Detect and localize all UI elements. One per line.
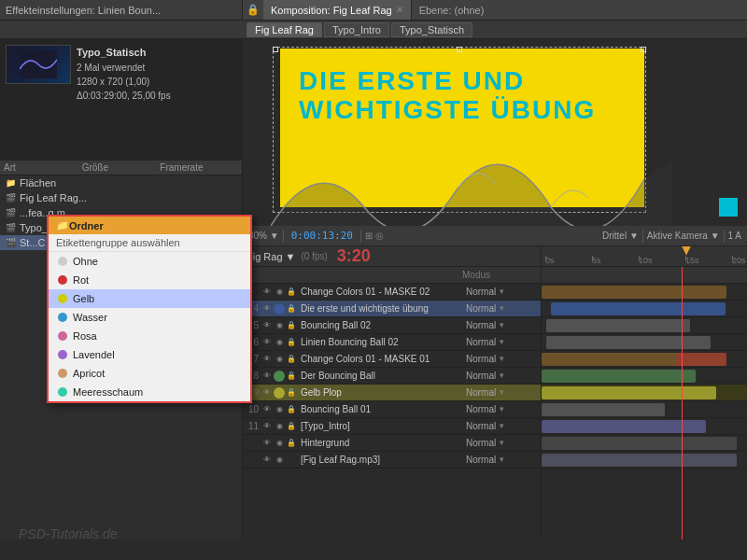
solo-icon[interactable]: ◉ [274,438,285,449]
solo-icon[interactable]: ◉ [274,287,285,298]
tl-left-header: Fig Rag ▼ (0 fps) 3:20 [243,246,542,266]
row-mode: Normal ▼ [466,287,541,297]
chevron-down-icon: ▼ [498,355,505,363]
color-dot-gelb [58,294,67,303]
grid-icon[interactable]: ⊞ [365,231,373,241]
channel-btn[interactable]: 1 A [728,231,741,241]
mode-label: Normal [466,320,496,330]
tab-fig-leaf-rag[interactable]: Fig Leaf Rag [247,22,322,37]
tl-bar-row-changecolors2 [542,284,747,301]
tl-row-9[interactable]: 9 👁 🔒 Gelb Plop Normal ▼ [243,385,541,401]
color-label-dot[interactable] [274,387,285,399]
solo-icon[interactable]: ◉ [274,354,285,365]
eye-icon[interactable]: 👁 [261,303,273,315]
mode-label: Normal [466,303,496,314]
eye-icon[interactable]: 👁 [261,455,273,466]
tab-typo-intro[interactable]: Typo_Intro [324,22,389,37]
bar [546,319,690,332]
color-label-dot[interactable] [274,371,285,382]
col-art: Art [4,162,82,173]
comp-tab-main[interactable]: Komposition: Fig Leaf Rag ✕ [263,0,412,20]
eye-icon[interactable]: 👁 [261,320,273,331]
time-mark-5s: 5s [592,256,601,265]
eye-icon[interactable]: 👁 [261,337,273,348]
eye-icon[interactable]: 👁 [261,421,273,432]
solo-icon[interactable]: ◉ [274,404,285,415]
dropdown-item-ohne[interactable]: Ohne [49,252,250,271]
top-bar: Effekteinstellungen: Linien Boun... 🔒 Ko… [0,0,747,21]
col-framerate: Framerate [160,162,238,173]
mode-label: Normal [466,438,496,448]
tl-row-7[interactable]: 7 👁 ◉ 🔒 Change Colors 01 - MASKE 01 Norm… [243,351,541,368]
comp-tab-close[interactable]: ✕ [396,5,403,15]
comp-icon: 🎬 [4,236,17,249]
tl-row-hintergrund[interactable]: 👁 ◉ 🔒 Hintergrund Normal ▼ [243,435,541,452]
view-mode[interactable]: Drittel ▼ [602,231,639,241]
tl-row-8[interactable]: 8 👁 🔒 Der Bouncing Ball Normal ▼ [243,368,541,385]
dropdown-item-gelb[interactable]: Gelb [49,289,250,308]
row-num: 11 [243,421,261,431]
dropdown-item-apricot[interactable]: Apricot [49,364,250,383]
lock-icon[interactable]: 🔒 [286,438,297,449]
dropdown-item-meeresschaum[interactable]: Meeresschaum [49,383,250,401]
mode-label: Normal [466,404,496,414]
color-dot-meeresschaum [58,387,67,397]
tl-comp-tab[interactable]: Fig Rag ▼ [247,251,295,262]
ebene-label: Ebene: (ohne) [412,5,492,16]
lock-icon[interactable]: 🔒 [286,354,297,365]
mode-label: Normal [466,455,496,465]
label-dropdown-menu[interactable]: 📁 Ordner Etikettengruppe auswählen Ohne … [47,215,252,403]
row-icons: 👁 🔒 [261,387,299,399]
lock-icon[interactable]: 🔒 [286,387,297,399]
eye-icon[interactable]: 👁 [261,404,273,415]
tl-row-10[interactable]: 10 👁 ◉ 🔒 Bouncing Ball 01 Normal ▼ [243,401,541,418]
eye-icon[interactable]: 👁 [261,438,273,449]
camera-select[interactable]: Aktive Kamera ▼ [647,231,720,241]
row-label: Change Colors 01 - MASKE 02 [299,287,466,297]
lock-icon[interactable]: 🔒 [286,320,297,331]
tl-row-5[interactable]: 5 👁 ◉ 🔒 Bouncing Ball 02 Normal ▼ [243,317,541,334]
mode-label: Normal [466,387,496,398]
tab-typo-statisch[interactable]: Typo_Statisch [391,22,472,37]
row-icons: 👁 ◉ 🔒 [261,438,299,449]
eye-icon[interactable]: 👁 [261,371,273,382]
bar [542,286,726,299]
tl-row-11[interactable]: 11 👁 ◉ 🔒 [Typo_Intro] Normal ▼ [243,418,541,435]
lock-icon[interactable]: 🔒 [286,287,297,298]
eye-icon[interactable]: 👁 [261,287,273,298]
solo-icon[interactable]: ◉ [274,455,285,466]
comp-resolution: 1280 x 720 (1,00) [77,75,171,89]
zoom-control[interactable]: 30% ▼ [248,231,279,241]
dropdown-item-wasser[interactable]: Wasser [49,308,250,327]
tl-row-changecolors2[interactable]: 👁 ◉ 🔒 Change Colors 01 - MASKE 02 Normal… [243,284,541,301]
solo-icon[interactable]: ◉ [274,337,285,348]
lock-icon[interactable]: 🔒 [286,421,297,432]
dropdown-item-rot[interactable]: Rot [49,271,250,289]
solo-icon[interactable]: ◉ [274,320,285,331]
dropdown-item-lavendel[interactable]: Lavendel [49,345,250,364]
lock-icon[interactable]: 🔒 [286,404,297,415]
color-label-dot[interactable] [274,303,285,315]
project-item-figleafrag[interactable]: 🎬 Fig Leaf Rag... [0,190,242,205]
lock-icon[interactable]: 🔒 [286,303,297,315]
tl-row-6[interactable]: 6 👁 ◉ 🔒 Linien Bouncing Ball 02 Normal ▼ [243,334,541,351]
solo-icon[interactable]: ◉ [274,421,285,432]
lock-icon[interactable]: 🔒 [286,337,297,348]
row-label: Change Colors 01 - MASKE 01 [299,354,466,364]
lock-icon[interactable]: 🔒 [286,371,297,382]
dropdown-item-rosa[interactable]: Rosa [49,327,250,345]
comp-main-text: DIE ERSTE UND WICHTIGSTE ÜBUNG [299,67,596,125]
row-label: [Typo_Intro] [299,421,466,431]
eye-icon[interactable]: 👁 [261,387,273,399]
modus-col-header: Modus [462,270,537,280]
mask-icon[interactable]: ◎ [375,231,384,241]
color-dot-rosa [58,331,67,341]
tl-bar-row-hintergrund [542,435,747,452]
tl-row-4[interactable]: 4 👁 🔒 Die erste und wichtigste übung Nor… [243,301,541,317]
effekt-panel-header: Effekteinstellungen: Linien Boun... [0,0,243,20]
chevron-down-icon: ▼ [498,304,505,313]
tl-row-audio[interactable]: 👁 ◉ [Fig Leaf Rag.mp3] Normal ▼ [243,452,541,469]
project-item-flaechen[interactable]: 📁 Flächen [0,175,242,190]
eye-icon[interactable]: 👁 [261,354,273,365]
zoom-arrow: ▼ [270,231,279,241]
